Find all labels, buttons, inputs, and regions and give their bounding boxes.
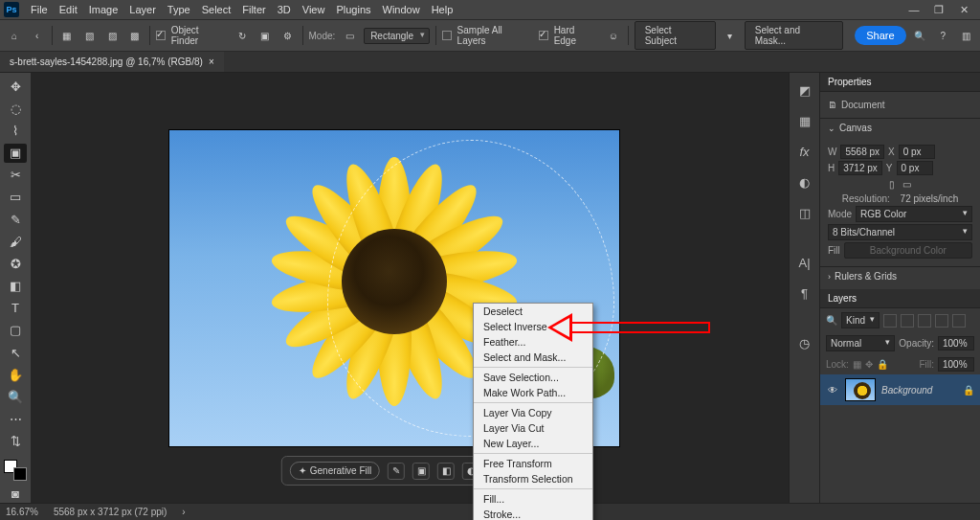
refresh-icon[interactable]: ↻ bbox=[234, 27, 251, 44]
hand-tool-icon[interactable]: ✋ bbox=[4, 365, 27, 384]
color-swatches[interactable] bbox=[4, 460, 27, 481]
zoom-tool-icon[interactable]: 🔍 bbox=[4, 387, 27, 406]
selection-mode-new-icon[interactable]: ▦ bbox=[58, 27, 76, 44]
document-tab[interactable]: s-brett-sayles-1454288.jpg @ 16,7% (RGB/… bbox=[0, 52, 224, 72]
menu-help[interactable]: Help bbox=[426, 4, 459, 15]
feedback-icon[interactable]: ☺ bbox=[605, 27, 622, 44]
more-tools-icon[interactable]: ⋯ bbox=[4, 410, 27, 429]
status-chevron-icon[interactable]: › bbox=[182, 507, 185, 517]
layer-name[interactable]: Background bbox=[881, 385, 932, 396]
ctxmenu-layer-via-copy[interactable]: Layer Via Copy bbox=[474, 405, 592, 420]
filter-adjust-icon[interactable] bbox=[901, 314, 914, 328]
menu-edit[interactable]: Edit bbox=[54, 4, 83, 15]
chevron-left-icon[interactable]: ‹ bbox=[29, 27, 46, 44]
properties-panel-tab[interactable]: Properties bbox=[820, 73, 980, 92]
gear-icon[interactable]: ⚙ bbox=[279, 27, 297, 44]
rail-paragraph-icon[interactable]: ¶ bbox=[795, 283, 814, 303]
lock-icon[interactable]: 🔒 bbox=[963, 385, 974, 396]
help-icon[interactable]: ? bbox=[934, 27, 951, 44]
edit-toolbar-icon[interactable]: ⇅ bbox=[4, 432, 27, 451]
layers-kind-dropdown[interactable]: Kind bbox=[841, 312, 880, 328]
canvas-section[interactable]: ⌄Canvas bbox=[820, 118, 980, 137]
portrait-icon[interactable]: ▯ bbox=[889, 179, 895, 190]
ctx-brush-icon[interactable]: ✎ bbox=[388, 463, 405, 480]
ctxmenu-select-and-mask[interactable]: Select and Mask... bbox=[474, 350, 592, 365]
frame-tool-icon[interactable]: ▭ bbox=[4, 188, 27, 207]
rail-adjustments-icon[interactable]: ◐ bbox=[795, 172, 814, 192]
object-finder-toggle[interactable]: Object Finder bbox=[156, 25, 228, 46]
brush-tool-icon[interactable]: 🖌 bbox=[4, 232, 27, 251]
ctxmenu-free-transform[interactable]: Free Transform bbox=[474, 456, 592, 471]
mode-icon[interactable]: ▭ bbox=[341, 27, 358, 44]
ctxmenu-make-work-path[interactable]: Make Work Path... bbox=[474, 385, 592, 400]
eyedropper-tool-icon[interactable]: ✎ bbox=[4, 210, 27, 229]
ctx-remove-icon[interactable]: ▣ bbox=[412, 463, 430, 480]
ctxmenu-save-selection[interactable]: Save Selection... bbox=[474, 370, 592, 385]
rail-character-icon[interactable]: A| bbox=[795, 253, 814, 272]
menu-select[interactable]: Select bbox=[196, 4, 237, 15]
bitdepth-dropdown[interactable]: 8 Bits/Channel bbox=[828, 224, 972, 240]
visibility-icon[interactable]: 👁 bbox=[826, 385, 839, 396]
layer-row-background[interactable]: 👁 Background 🔒 bbox=[820, 374, 980, 405]
menu-type[interactable]: Type bbox=[162, 4, 196, 15]
move-tool-icon[interactable]: ✥ bbox=[4, 77, 27, 96]
home-icon[interactable]: ⌂ bbox=[6, 27, 23, 44]
hard-edge-toggle[interactable]: Hard Edge bbox=[539, 25, 599, 46]
selection-mode-add-icon[interactable]: ▧ bbox=[80, 27, 98, 44]
rulers-section[interactable]: ›Rulers & Grids bbox=[820, 266, 980, 285]
mode-dropdown[interactable]: Rectangle bbox=[364, 28, 430, 44]
type-tool-icon[interactable]: T bbox=[4, 299, 27, 318]
clone-stamp-tool-icon[interactable]: ✪ bbox=[4, 254, 27, 273]
ctxmenu-new-layer[interactable]: New Layer... bbox=[474, 436, 592, 451]
window-minimize[interactable]: — bbox=[902, 4, 926, 15]
eraser-tool-icon[interactable]: ◧ bbox=[4, 277, 27, 296]
ctx-adjust-icon[interactable]: ◧ bbox=[437, 463, 455, 480]
path-tool-icon[interactable]: ↖ bbox=[4, 343, 27, 362]
colormode-dropdown[interactable]: RGB Color bbox=[856, 206, 972, 222]
select-and-mask-button[interactable]: Select and Mask... bbox=[745, 21, 843, 50]
crop-tool-icon[interactable]: ✂ bbox=[4, 166, 27, 185]
document-dimensions[interactable]: 5568 px x 3712 px (72 ppi) bbox=[54, 507, 167, 517]
menu-view[interactable]: View bbox=[297, 4, 331, 15]
filter-pixel-icon[interactable] bbox=[883, 314, 897, 328]
layers-panel-tab[interactable]: Layers bbox=[820, 289, 980, 308]
rail-history-icon[interactable]: ◷ bbox=[795, 333, 814, 352]
sample-all-layers-toggle[interactable]: Sample All Layers bbox=[442, 25, 533, 46]
selection-mode-subtract-icon[interactable]: ▨ bbox=[103, 27, 121, 44]
object-selection-tool-icon[interactable]: ▣ bbox=[4, 144, 27, 163]
quick-mask-icon[interactable]: ◙ bbox=[4, 484, 27, 503]
shape-tool-icon[interactable]: ▢ bbox=[4, 321, 27, 340]
search-icon[interactable]: 🔍 bbox=[912, 27, 929, 44]
window-restore[interactable]: ❐ bbox=[926, 4, 951, 16]
filter-type-icon[interactable] bbox=[918, 314, 931, 328]
menu-window[interactable]: Window bbox=[377, 4, 426, 15]
marquee-tool-icon[interactable]: ◌ bbox=[4, 99, 27, 118]
rail-swatches-icon[interactable]: ▦ bbox=[795, 111, 814, 130]
height-field[interactable]: 3712 px bbox=[838, 161, 882, 175]
lasso-tool-icon[interactable]: ⌇ bbox=[4, 121, 27, 140]
ctxmenu-transform-selection[interactable]: Transform Selection bbox=[474, 471, 592, 486]
select-subject-dropdown-icon[interactable]: ▾ bbox=[722, 27, 739, 44]
select-subject-button[interactable]: Select Subject bbox=[635, 21, 716, 50]
ctxmenu-stroke[interactable]: Stroke... bbox=[474, 507, 592, 520]
lock-position-icon[interactable]: ✥ bbox=[865, 359, 873, 370]
rail-color-icon[interactable]: ◩ bbox=[795, 80, 814, 100]
lock-all-icon[interactable]: 🔒 bbox=[877, 359, 888, 370]
layers-filter-icon[interactable]: 🔍 bbox=[826, 315, 837, 326]
filter-shape-icon[interactable] bbox=[935, 314, 948, 328]
menu-layer[interactable]: Layer bbox=[123, 4, 162, 15]
close-tab-icon[interactable]: × bbox=[209, 57, 214, 67]
menu-filter[interactable]: Filter bbox=[236, 4, 271, 15]
menu-image[interactable]: Image bbox=[83, 4, 124, 15]
share-button[interactable]: Share bbox=[855, 26, 905, 45]
menu-file[interactable]: File bbox=[25, 4, 54, 15]
rail-fx-icon[interactable]: fx bbox=[795, 142, 814, 161]
generative-fill-button[interactable]: ✦Generative Fill bbox=[290, 462, 380, 480]
canvas-area[interactable]: ✦Generative Fill ✎ ▣ ◧ ◐ ⤢ ⋯ Deselect Se… bbox=[31, 73, 789, 503]
menu-plugins[interactable]: Plugins bbox=[330, 4, 376, 15]
window-close[interactable]: ✕ bbox=[951, 4, 976, 16]
overlay-icon[interactable]: ▣ bbox=[256, 27, 274, 44]
filter-smart-icon[interactable] bbox=[952, 314, 966, 328]
ctxmenu-layer-via-cut[interactable]: Layer Via Cut bbox=[474, 420, 592, 436]
menu-3d[interactable]: 3D bbox=[272, 4, 297, 15]
